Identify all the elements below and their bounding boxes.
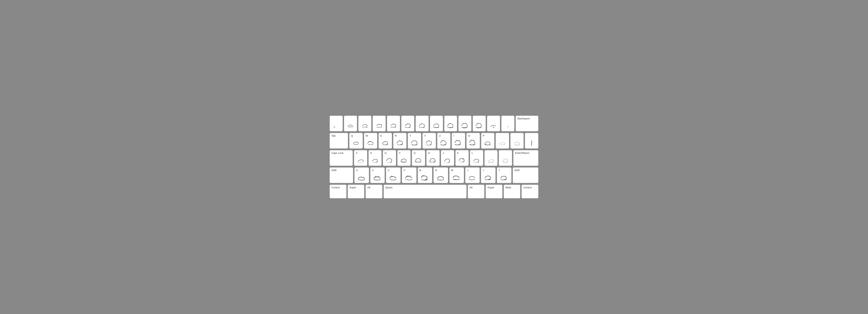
key-shift-left[interactable]: Shift [330, 167, 353, 183]
key-space[interactable]: Space [383, 185, 467, 198]
key-pipe[interactable]: | [525, 133, 538, 148]
l-label: L [472, 151, 473, 155]
key-slash[interactable]: ? \ [497, 167, 512, 183]
p-label: P [483, 134, 485, 137]
x-label: X [372, 169, 374, 172]
key-x[interactable]: X [370, 167, 385, 183]
key-5[interactable] [401, 116, 414, 131]
f-label: F [399, 151, 401, 155]
comma-symbol: , [507, 123, 508, 128]
key-n[interactable]: N [433, 167, 448, 183]
slash-label: ? [499, 169, 500, 172]
key-q[interactable]: Q [349, 133, 363, 148]
key-alt-right[interactable]: Alt [468, 185, 485, 198]
svg-point-1 [366, 127, 367, 128]
row-2: Tab Q W E [330, 133, 538, 148]
alt-left-label: Alt [367, 186, 370, 189]
key-s[interactable]: S [369, 150, 382, 166]
g-label: G [413, 151, 415, 155]
key-y[interactable]: Y [423, 133, 436, 148]
comma-label: < [467, 169, 468, 172]
row-1: ـ [330, 116, 538, 131]
key-comma[interactable]: < , [465, 167, 480, 183]
key-lbracket[interactable] [496, 133, 509, 148]
j-label: J [443, 151, 444, 155]
key-d[interactable]: D [383, 150, 396, 166]
svg-point-8 [431, 161, 431, 161]
key-i[interactable]: I [452, 133, 465, 148]
shift-right-label: Shift [515, 169, 520, 172]
key-u[interactable]: U [437, 133, 451, 148]
shift-left-label: Shift [331, 169, 337, 172]
capslock-label: Caps Lock [331, 151, 343, 155]
key-o[interactable]: O [466, 133, 480, 148]
key-b[interactable]: B [418, 167, 432, 183]
key-7[interactable] [430, 116, 443, 131]
svg-point-2 [493, 127, 494, 128]
u-label: U [439, 134, 441, 137]
ctrl-right-label: Control [523, 186, 531, 189]
key-j[interactable]: J [441, 150, 454, 166]
c-label: C [388, 169, 390, 172]
y-label: Y [424, 134, 426, 137]
key-v[interactable]: V [402, 167, 416, 183]
q-label: Q [351, 134, 353, 137]
z-label: Z [356, 169, 358, 172]
enter-label: Enter/Return [515, 151, 530, 155]
key-r[interactable]: R [393, 133, 407, 148]
key-quote[interactable] [499, 150, 512, 166]
key-capslock[interactable]: Caps Lock [330, 150, 353, 166]
key-tab[interactable]: Tab [330, 133, 348, 148]
key-minus[interactable] [487, 116, 500, 131]
key-0[interactable] [473, 116, 486, 131]
key-k[interactable]: K [455, 150, 469, 166]
key-backspace[interactable]: Backspace [516, 116, 538, 131]
key-meta[interactable]: Meta [504, 185, 521, 198]
svg-text:.: . [487, 179, 488, 181]
key-9[interactable] [458, 116, 471, 131]
key-super-right[interactable]: Super [486, 185, 502, 198]
key-period[interactable]: > . [481, 167, 496, 183]
space-label: Space [385, 186, 393, 189]
svg-text:,: , [471, 179, 471, 181]
key-e[interactable]: E [378, 133, 392, 148]
keyboard: ـ [326, 112, 542, 202]
s-label: S [370, 151, 372, 155]
key-g[interactable]: G [412, 150, 425, 166]
pipe-symbol: | [531, 140, 532, 146]
svg-point-3 [402, 161, 403, 162]
key-w[interactable]: W [364, 133, 377, 148]
key-ctrl-left[interactable]: Control [330, 185, 346, 198]
key-3[interactable] [373, 116, 386, 131]
a-label: A [356, 151, 358, 155]
key-h[interactable]: H [426, 150, 440, 166]
key-f[interactable]: F [397, 150, 411, 166]
key-l[interactable]: L [470, 150, 483, 166]
key-4[interactable] [387, 116, 400, 131]
key-grave[interactable]: ـ [330, 116, 343, 131]
key-m[interactable]: M [449, 167, 464, 183]
super-right-label: Super [487, 186, 494, 189]
key-1[interactable] [344, 116, 357, 131]
t-label: T [409, 134, 411, 137]
key-a[interactable]: A [354, 150, 367, 166]
key-alt-left[interactable]: Alt [366, 185, 382, 198]
key-z[interactable]: Z [354, 167, 369, 183]
key-shift-right[interactable]: Shift [513, 167, 538, 183]
svg-point-7 [419, 161, 420, 162]
key-equals[interactable]: , [501, 116, 515, 131]
key-super-left[interactable]: Super [348, 185, 365, 198]
r-label: R [395, 134, 397, 137]
key-2[interactable] [358, 116, 371, 131]
key-ctrl-right[interactable]: Control [522, 185, 538, 198]
key-rbracket[interactable] [510, 133, 524, 148]
svg-point-9 [432, 161, 432, 161]
key-6[interactable] [415, 116, 429, 131]
key-p[interactable]: P [481, 133, 495, 148]
key-semicolon[interactable] [485, 150, 498, 166]
key-8[interactable] [444, 116, 457, 131]
key-t[interactable]: T [408, 133, 421, 148]
key-c[interactable]: C [386, 167, 401, 183]
key-enter[interactable]: Enter/Return [513, 150, 538, 166]
svg-point-11 [435, 161, 435, 161]
